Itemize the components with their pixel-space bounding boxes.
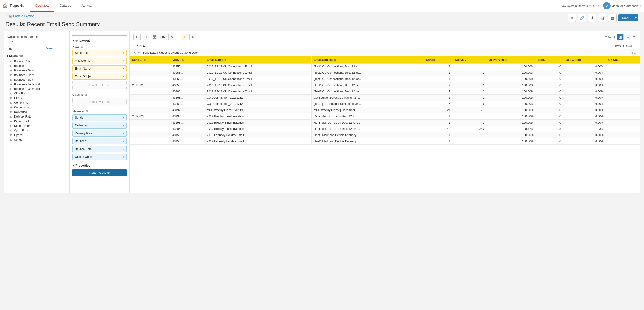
- filter-text: Send Date includes previous 30 Send Date: [142, 51, 628, 54]
- find-input[interactable]: [15, 46, 43, 51]
- save-button[interactable]: Save: [618, 14, 633, 22]
- list-item[interactable]: ⊞ Bounce Rate: [10, 59, 67, 64]
- list-item[interactable]: ⊞ Conversion: [10, 105, 67, 110]
- view-as-bar-btn[interactable]: [624, 34, 630, 40]
- list-item[interactable]: ⊞ Did not click: [10, 119, 67, 124]
- th-bounces[interactable]: Bou...: [536, 56, 563, 64]
- filter-edit-btn[interactable]: ✏: [138, 51, 141, 55]
- measure-icon: ⊞: [10, 64, 13, 67]
- grid-view-button[interactable]: [151, 34, 158, 40]
- list-item[interactable]: ⊞ Bounces - Soft: [10, 77, 67, 82]
- list-item[interactable]: ⊞ Bounces - Block: [10, 68, 67, 73]
- redo-button[interactable]: ↪: [142, 34, 150, 40]
- th-delivery-rate[interactable]: Delivery Rate: [486, 56, 536, 64]
- rows-drop-zone[interactable]: Drop Level Here: [72, 81, 127, 89]
- th-bounce-rate[interactable]: Bou... Rate: [563, 56, 606, 64]
- table-row[interactable]: 43263...CU eComm Alert_20191212[TEST]: C…: [130, 101, 640, 107]
- rows-field-email-name[interactable]: Email Name ▾: [72, 65, 127, 72]
- list-item[interactable]: ⊞ Clicks: [10, 96, 67, 100]
- table-row[interactable]: 43198...2019 Holiday Email InvitationRem…: [130, 120, 640, 126]
- measures-mid-label: Measures ⊞: [72, 110, 127, 113]
- list-item[interactable]: ⊞ Deliveries: [10, 110, 67, 114]
- list-item[interactable]: ⊞ Bounces - Unknown: [10, 87, 67, 91]
- filter-button[interactable]: ⧖: [168, 34, 176, 40]
- share-action-btn[interactable]: 🔗: [578, 14, 586, 22]
- th-send-date[interactable]: Send ... ⇅: [130, 56, 170, 64]
- th-unique-opens[interactable]: Un Op...: [606, 56, 640, 64]
- cols-drop-zone[interactable]: Drop Level Here: [72, 98, 127, 106]
- table-row[interactable]: 43255...2019_12-12 CU Connections Email[…: [130, 70, 640, 76]
- org-selector[interactable]: CU System University R... ▾: [562, 4, 599, 8]
- list-item[interactable]: ⊞ Bounces - Technical: [10, 82, 67, 87]
- nav-tabs: Overview Catalog Activity: [30, 0, 98, 12]
- list-item[interactable]: ⊞ Open Rate: [10, 128, 67, 133]
- gear-button[interactable]: ⚙: [189, 34, 197, 40]
- back-to-catalog-link[interactable]: Back to Catalog: [13, 14, 34, 18]
- layout-header: ▾ ◈ Layout: [72, 39, 127, 42]
- user-badge[interactable]: J Jennifer Mortensen ▾: [603, 2, 641, 10]
- tab-activity[interactable]: Activity: [77, 0, 97, 12]
- measures-field-unique-opens[interactable]: Unique Opens ▾: [72, 153, 127, 160]
- table-row[interactable]: 43197...MEC Weekly Digest 120919MEC Week…: [130, 107, 640, 113]
- filter-count-label: 1 Filter: [137, 44, 147, 48]
- save-dropdown-button[interactable]: ▾: [633, 14, 638, 21]
- home-icon[interactable]: 🏠: [3, 3, 8, 8]
- email-action-btn[interactable]: ✉: [568, 14, 576, 22]
- lightning-button[interactable]: ⚡: [180, 34, 188, 40]
- chart-action-btn[interactable]: 📊: [598, 14, 606, 22]
- table-row[interactable]: 2019-12-...43198...2019 Holiday Email In…: [130, 113, 640, 120]
- table-row[interactable]: 43255...2019_12-12 CU Connections Email[…: [130, 76, 640, 82]
- tab-overview[interactable]: Overview: [30, 0, 54, 12]
- th-sends[interactable]: Sends: [424, 56, 453, 64]
- measures-field-deliveries[interactable]: Deliveries ▾: [72, 122, 127, 129]
- measures-field-delivery-rate[interactable]: Delivery Rate ▾: [72, 130, 127, 136]
- table-row[interactable]: 43153...2019 Kennedy Holiday Email[Test1…: [130, 132, 640, 138]
- table-row[interactable]: 2019-12-...43255...2019_12-12 CU Connect…: [130, 82, 640, 88]
- tab-catalog[interactable]: Catalog: [55, 0, 76, 12]
- report-options-button[interactable]: Report Options: [72, 169, 127, 176]
- list-item[interactable]: ⊞ Delivery Rate: [10, 114, 67, 119]
- filter-close-btn[interactable]: ✕: [133, 51, 136, 55]
- measures-field-bounces[interactable]: Bounces ▾: [72, 138, 127, 144]
- table-row[interactable]: 43255...2019_12-12 CU Connections Email[…: [130, 64, 640, 70]
- download-action-btn[interactable]: ⬇: [588, 14, 596, 22]
- list-item[interactable]: ⊞ Did not open: [10, 124, 67, 128]
- reports-nav-label[interactable]: Reports: [10, 0, 28, 12]
- properties-header[interactable]: ▾ Properties: [72, 164, 127, 167]
- table-row[interactable]: 43260...2019_12-12 CU Connections Email[…: [130, 88, 640, 95]
- measures-field-sends[interactable]: Sends ▾: [72, 114, 127, 121]
- view-dropdown-btn[interactable]: View ▾: [45, 47, 52, 50]
- th-email-name[interactable]: Email Name ⇅: [204, 56, 312, 64]
- list-item[interactable]: ⊞ Click Rate: [10, 91, 67, 96]
- measures-field-bounce-rate[interactable]: Bounce Rate ▾: [72, 146, 127, 152]
- svg-rect-9: [619, 37, 620, 38]
- rows-field-message-id[interactable]: Message ID ▾: [72, 58, 127, 64]
- list-item[interactable]: ⊞ Opens: [10, 133, 67, 137]
- list-item[interactable]: ⊞ Complaints: [10, 100, 67, 105]
- list-item[interactable]: ⊞ Bounces - Hard: [10, 73, 67, 77]
- bar-view-button[interactable]: [160, 34, 167, 40]
- rows-field-email-subject[interactable]: Email Subject ▾: [72, 73, 127, 80]
- th-message-id[interactable]: Mes... ⇅: [170, 56, 204, 64]
- pill-chevron-icon: ▾: [123, 75, 124, 78]
- list-item[interactable]: ⊞ Sends: [10, 137, 67, 142]
- list-item[interactable]: ⊞ Bounces: [10, 64, 67, 68]
- undo-button[interactable]: ↩: [133, 34, 141, 40]
- table-action-btn[interactable]: ▦: [608, 14, 616, 22]
- table-row[interactable]: 43263...CU eComm Alert_20191212CU Boulde…: [130, 95, 640, 101]
- org-chevron-icon: ▾: [598, 4, 600, 8]
- rows-cols-info: Rows: 81 Cols: 15: [614, 44, 636, 48]
- view-as-dropdown[interactable]: ▾: [632, 35, 636, 39]
- measures-section-header[interactable]: ▾ Measures: [7, 54, 67, 58]
- th-deliveries[interactable]: Delive...: [453, 56, 486, 64]
- rows-field-send-date[interactable]: Send Date ▾: [72, 50, 127, 56]
- filter-copy-icon[interactable]: ⊞: [630, 51, 633, 55]
- table-row[interactable]: 43206...2019 Holiday Email InvitationRem…: [130, 126, 640, 132]
- filter-remove-icon[interactable]: ✕: [634, 51, 636, 55]
- table-row[interactable]: 43153...2019 Kennedy Holiday Email[Test1…: [130, 138, 640, 144]
- th-email-subject[interactable]: Email Subject ⇅: [312, 56, 424, 64]
- main-content: Available fields (89) for: Email Find: V…: [4, 31, 640, 193]
- view-as-grid-btn[interactable]: [617, 34, 624, 40]
- view-bar-icon: [626, 36, 628, 39]
- filter-toggle-btn[interactable]: ▾: [133, 44, 135, 48]
